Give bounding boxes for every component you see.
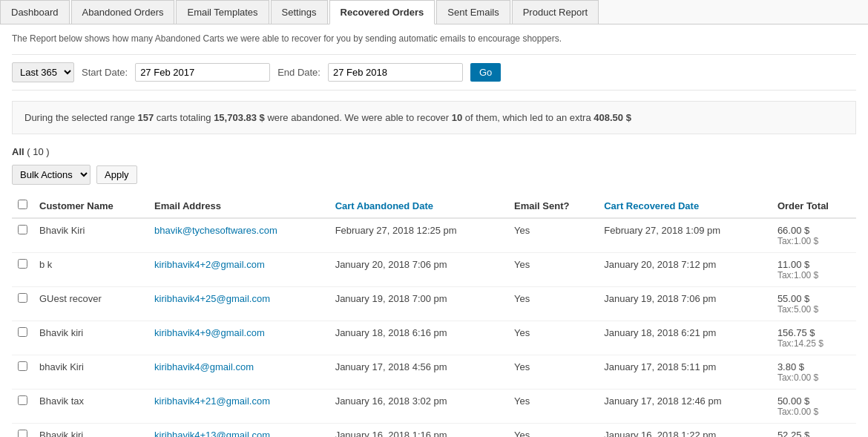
cell-email-sent-2: Yes [508,287,598,321]
cell-cart-abandoned-5: January 16, 2018 3:02 pm [329,390,508,424]
bulk-actions-select[interactable]: Bulk ActionsDelete [12,165,91,185]
order-tax-1: Tax:1.00 $ [777,270,850,280]
cell-order-total-2: 55.00 $Tax:5.00 $ [772,287,856,321]
cell-cart-recovered-0: February 27, 2018 1:09 pm [598,218,772,253]
row-checkbox-1[interactable] [18,259,27,269]
cell-customer-4: bhavik Kiri [33,355,148,390]
cell-order-total-1: 11.00 $Tax:1.00 $ [772,253,856,287]
tab-recovered-orders[interactable]: Recovered Orders [329,0,435,24]
table-row: Bhavik kirikiribhavik4+9@gmail.comJanuar… [12,321,856,355]
cell-order-total-4: 3.80 $Tax:0.00 $ [772,355,856,390]
email-link-6[interactable]: kiribhavik4+13@gmail.com [154,430,270,437]
cell-email-sent-1: Yes [508,253,598,287]
email-link-0[interactable]: bhavik@tychesoftwares.com [154,225,277,236]
tabs-bar: DashboardAbandoned OrdersEmail Templates… [0,0,868,24]
summary-recovered-count: 10 [452,112,462,123]
cell-order-total-6: 52.25 $Tax:4.75 $ [772,424,856,438]
cell-customer-6: Bhavik kiri [33,424,148,438]
select-all-checkbox[interactable] [18,200,27,209]
email-link-5[interactable]: kiribhavik4+21@gmail.com [154,395,270,407]
row-checkbox-2[interactable] [18,293,27,303]
cell-email-sent-4: Yes [508,355,598,390]
cell-email-4: kiribhavik4@gmail.com [148,355,329,390]
summary-box: During the selected range 157 carts tota… [12,101,856,134]
header-checkbox-col [12,194,33,218]
tab-abandoned-orders[interactable]: Abandoned Orders [71,0,175,24]
cell-cart-abandoned-1: January 20, 2018 7:06 pm [329,253,508,287]
range-select[interactable]: Last 365Last 30Last 7Custom [12,62,74,82]
cell-email-sent-5: Yes [508,390,598,424]
tab-sent-emails[interactable]: Sent Emails [436,0,510,24]
th-1[interactable]: Email Address [148,194,329,218]
cell-email-6: kiribhavik4+13@gmail.com [148,424,329,438]
table-row: b kkiribhavik4+2@gmail.comJanuary 20, 20… [12,253,856,287]
order-tax-0: Tax:1.00 $ [777,236,850,246]
end-date-input[interactable] [328,63,463,82]
go-button[interactable]: Go [470,63,501,82]
summary-carts-count: 157 [137,112,154,123]
row-checkbox-0[interactable] [18,225,27,234]
all-label-container: All ( 10 ) [12,146,856,157]
summary-middle3: of them, which led to an extra [462,112,594,123]
table-body: Bhavik Kiribhavik@tychesoftwares.comFebr… [12,218,856,437]
th-2[interactable]: Cart Abandoned Date [329,194,508,218]
cell-customer-1: b k [33,253,148,287]
cell-email-sent-0: Yes [508,218,598,253]
recovered-orders-table: Customer NameEmail AddressCart Abandoned… [12,194,856,437]
cell-email-0: bhavik@tychesoftwares.com [148,218,329,253]
order-tax-4: Tax:0.00 $ [777,372,850,383]
order-tax-2: Tax:5.00 $ [777,304,850,315]
apply-button[interactable]: Apply [96,165,137,184]
cell-cart-abandoned-4: January 17, 2018 4:56 pm [329,355,508,390]
page-description: The Report below shows how many Abandone… [12,33,856,44]
th-5[interactable]: Order Total [772,194,856,218]
order-total-main-5: 50.00 $ [777,395,850,407]
table-row: Bhavik taxkiribhavik4+21@gmail.comJanuar… [12,390,856,424]
cell-order-total-0: 66.00 $Tax:1.00 $ [772,218,856,253]
start-date-input[interactable] [135,63,270,82]
table-row: GUest recoverkiribhavik4+25@gmail.comJan… [12,287,856,321]
end-date-label: End Date: [277,67,320,78]
tab-email-templates[interactable]: Email Templates [176,0,269,24]
cell-email-sent-3: Yes [508,321,598,355]
cell-email-sent-6: Yes [508,424,598,438]
row-checkbox-5[interactable] [18,395,27,405]
row-checkbox-6[interactable] [18,430,27,437]
tab-settings[interactable]: Settings [271,0,328,24]
cell-customer-3: Bhavik kiri [33,321,148,355]
table-header-row: Customer NameEmail AddressCart Abandoned… [12,194,856,218]
cell-cart-abandoned-6: January 16, 2018 1:16 pm [329,424,508,438]
row-checkbox-4[interactable] [18,361,27,371]
email-link-4[interactable]: kiribhavik4@gmail.com [154,361,254,372]
cell-cart-abandoned-3: January 18, 2018 6:16 pm [329,321,508,355]
cell-cart-recovered-3: January 18, 2018 6:21 pm [598,321,772,355]
cell-order-total-3: 156.75 $Tax:14.25 $ [772,321,856,355]
row-checkbox-3[interactable] [18,327,27,337]
cell-cart-abandoned-2: January 19, 2018 7:00 pm [329,287,508,321]
tab-product-report[interactable]: Product Report [512,0,599,24]
th-3[interactable]: Email Sent? [508,194,598,218]
email-link-3[interactable]: kiribhavik4+9@gmail.com [154,327,265,338]
th-4[interactable]: Cart Recovered Date [598,194,772,218]
order-tax-5: Tax:0.00 $ [777,407,850,417]
all-label-text: All [12,146,24,157]
cell-email-2: kiribhavik4+25@gmail.com [148,287,329,321]
cell-order-total-5: 50.00 $Tax:0.00 $ [772,390,856,424]
cell-customer-5: Bhavik tax [33,390,148,424]
order-tax-3: Tax:14.25 $ [777,338,850,349]
email-link-2[interactable]: kiribhavik4+25@gmail.com [154,293,270,304]
table-row: Bhavik kirikiribhavik4+13@gmail.comJanua… [12,424,856,438]
th-0[interactable]: Customer Name [33,194,148,218]
email-link-1[interactable]: kiribhavik4+2@gmail.com [154,259,265,270]
tab-dashboard[interactable]: Dashboard [0,0,70,24]
summary-extra-amount: 408.50 $ [594,112,631,123]
table-head: Customer NameEmail AddressCart Abandoned… [12,194,856,218]
cell-cart-recovered-6: January 16, 2018 1:22 pm [598,424,772,438]
cell-cart-recovered-1: January 20, 2018 7:12 pm [598,253,772,287]
cell-email-3: kiribhavik4+9@gmail.com [148,321,329,355]
cell-cart-recovered-5: January 17, 2018 12:46 pm [598,390,772,424]
cell-cart-recovered-2: January 19, 2018 7:06 pm [598,287,772,321]
table-row: bhavik Kirikiribhavik4@gmail.comJanuary … [12,355,856,390]
cell-email-1: kiribhavik4+2@gmail.com [148,253,329,287]
cell-customer-0: Bhavik Kiri [33,218,148,253]
